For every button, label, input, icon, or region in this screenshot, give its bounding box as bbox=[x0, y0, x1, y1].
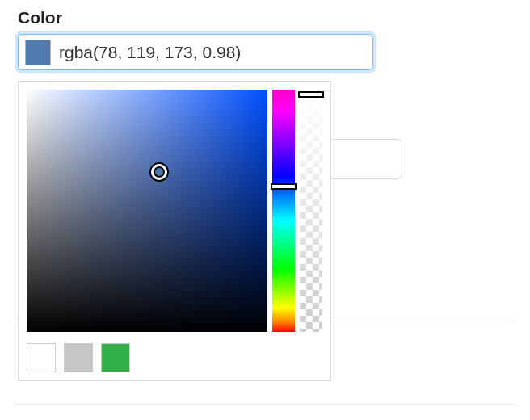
color-input[interactable] bbox=[18, 34, 373, 70]
divider bbox=[16, 404, 514, 405]
preset-swatches bbox=[27, 343, 322, 372]
color-picker-popup bbox=[18, 81, 331, 381]
hue-handle bbox=[271, 183, 297, 190]
hue-slider[interactable] bbox=[272, 90, 295, 332]
preset-green[interactable] bbox=[101, 343, 130, 372]
color-field-label: Color bbox=[18, 8, 512, 27]
color-text-input[interactable] bbox=[59, 43, 366, 62]
color-swatch-preview[interactable] bbox=[25, 40, 51, 65]
saturation-value-panel[interactable] bbox=[27, 90, 267, 332]
sv-cursor bbox=[151, 164, 167, 180]
alpha-slider[interactable] bbox=[300, 90, 322, 332]
alpha-handle bbox=[298, 91, 324, 98]
preset-white[interactable] bbox=[27, 343, 56, 372]
adjacent-field[interactable] bbox=[325, 139, 402, 179]
preset-gray[interactable] bbox=[64, 343, 93, 372]
